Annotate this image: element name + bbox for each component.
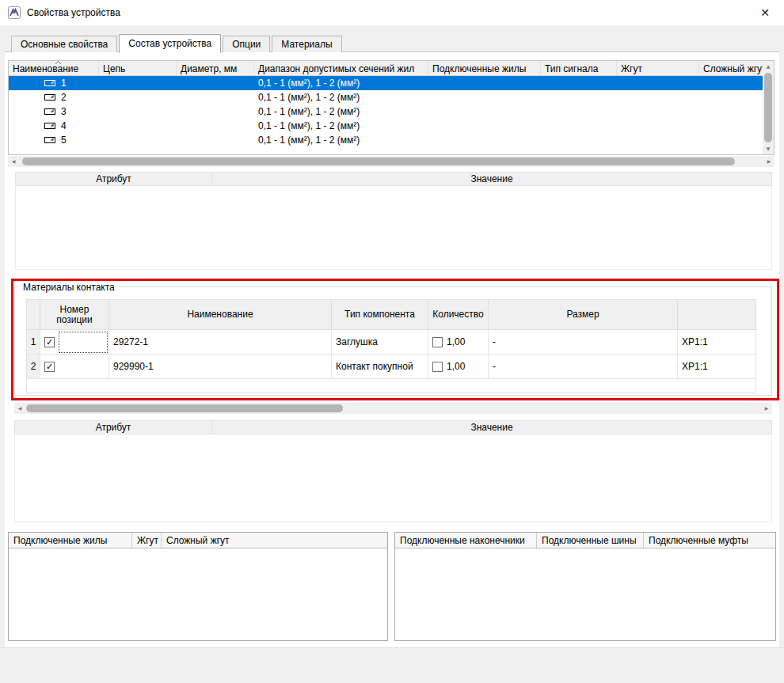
column-header-harness[interactable]: Жгут xyxy=(132,533,162,548)
column-header-attribute[interactable]: Атрибут xyxy=(15,172,212,186)
size-cell[interactable]: - xyxy=(489,355,678,379)
material-name-cell[interactable]: 29272-1 xyxy=(109,330,332,355)
tab-options[interactable]: Опции xyxy=(223,36,270,52)
device-grid: Наименование Цепь Диаметр, мм Диапазон д… xyxy=(8,60,774,155)
position-cell[interactable]: ✓ xyxy=(40,330,109,355)
device-grid-horizontal-scrollbar[interactable]: ◀ ▶ xyxy=(8,156,774,167)
device-row-5[interactable]: 5 0,1 - 1 (мм²), 1 - 2 (мм²) xyxy=(9,133,763,147)
scroll-down-icon[interactable]: ▼ xyxy=(763,143,774,154)
materials-table: Номер позиции Наименование Тип компонент… xyxy=(26,299,756,393)
scrollbar-thumb[interactable] xyxy=(22,157,735,165)
material-row-2[interactable]: 2 ✓ 929990-1 Контакт покупной 1,00 - XP1… xyxy=(27,355,755,379)
reference-cell[interactable]: XP1:1 xyxy=(678,355,757,379)
device-properties-dialog: Свойства устройства ✕ Основные свойства … xyxy=(0,0,784,683)
column-header-material-name[interactable]: Наименование xyxy=(109,300,332,330)
row-name: 1 xyxy=(61,76,67,90)
device-row-3[interactable]: 3 0,1 - 1 (мм²), 1 - 2 (мм²) xyxy=(9,104,763,119)
column-header-size[interactable]: Размер xyxy=(489,300,678,330)
position-cell[interactable]: ✓ xyxy=(40,355,109,379)
material-row-1[interactable]: 1 ✓ 29272-1 Заглушка 1,00 - XP1:1 xyxy=(27,330,755,355)
position-checkbox-checked[interactable]: ✓ xyxy=(44,337,55,347)
quantity-cell[interactable]: 1,00 xyxy=(428,355,489,379)
contact-icon xyxy=(44,122,55,130)
column-header-connected-lugs[interactable]: Подключенные наконечники xyxy=(395,533,537,548)
column-header-quantity[interactable]: Количество xyxy=(428,300,489,330)
tab-main-properties[interactable]: Основные свойства xyxy=(11,36,117,52)
material-rownum: 2 xyxy=(27,355,40,379)
column-header-name[interactable]: Наименование xyxy=(9,61,99,75)
connected-cores-panel: Подключенные жилы Жгут Сложный жгут xyxy=(8,532,388,641)
position-value-focus-cell[interactable] xyxy=(59,332,108,353)
quantity-checkbox-unchecked[interactable] xyxy=(432,337,443,347)
row-section-range: 0,1 - 1 (мм²), 1 - 2 (мм²) xyxy=(254,104,428,119)
quantity-checkbox-unchecked[interactable] xyxy=(432,362,443,372)
contact-icon xyxy=(44,93,55,101)
connected-cores-header: Подключенные жилы Жгут Сложный жгут xyxy=(9,533,387,548)
window-title: Свойства устройства xyxy=(27,0,120,25)
column-header-connected-buses[interactable]: Подключенные шины xyxy=(537,533,644,548)
reference-cell[interactable]: XP1:1 xyxy=(678,330,757,355)
column-header-diameter[interactable]: Диаметр, мм xyxy=(177,61,254,75)
materials-table-header: Номер позиции Наименование Тип компонент… xyxy=(27,300,755,330)
column-header-component-type[interactable]: Тип компонента xyxy=(332,300,428,330)
sort-ascending-icon xyxy=(55,61,62,65)
column-header-position-number[interactable]: Номер позиции xyxy=(40,300,109,330)
device-grid-header: Наименование Цепь Диаметр, мм Диапазон д… xyxy=(9,61,763,76)
component-type-cell[interactable]: Заглушка xyxy=(332,330,428,355)
component-type-cell[interactable]: Контакт покупной xyxy=(332,355,428,379)
materials-horizontal-scrollbar[interactable]: ◀ ▶ xyxy=(14,403,772,414)
scrollbar-thumb[interactable] xyxy=(764,73,772,142)
device-row-4[interactable]: 4 0,1 - 1 (мм²), 1 - 2 (мм²) xyxy=(9,119,763,133)
quantity-value: 1,00 xyxy=(447,336,465,347)
column-header-harness[interactable]: Жгут xyxy=(617,61,699,75)
contact-icon xyxy=(44,136,55,144)
window-titlebar: Свойства устройства ✕ xyxy=(0,0,784,25)
attribute-table-1-body xyxy=(15,186,772,270)
column-header-value[interactable]: Значение xyxy=(212,172,772,186)
material-rownum: 1 xyxy=(27,330,40,355)
contact-icon xyxy=(44,108,55,116)
row-section-range: 0,1 - 1 (мм²), 1 - 2 (мм²) xyxy=(254,119,428,133)
column-header-signal-type[interactable]: Тип сигнала xyxy=(541,61,617,75)
device-grid-vertical-scrollbar[interactable]: ▲ ▼ xyxy=(763,61,774,154)
device-row-1[interactable]: 1 0,1 - 1 (мм²), 1 - 2 (мм²) xyxy=(9,76,763,90)
scroll-left-icon[interactable]: ◀ xyxy=(8,156,19,167)
scroll-right-icon[interactable]: ▶ xyxy=(761,403,772,414)
contact-icon xyxy=(44,79,55,87)
tab-materials[interactable]: Материалы xyxy=(272,36,341,52)
column-header-connected-couplings[interactable]: Подключенные муфты xyxy=(644,533,775,548)
row-name: 2 xyxy=(61,90,67,104)
row-section-range: 0,1 - 1 (мм²), 1 - 2 (мм²) xyxy=(254,76,428,90)
column-header-circuit[interactable]: Цепь xyxy=(99,61,177,75)
quantity-cell[interactable]: 1,00 xyxy=(428,330,489,355)
column-header-complex-harness[interactable]: Сложный жгут xyxy=(699,61,763,75)
column-header-section-range[interactable]: Диапазон допустимых сечений жил xyxy=(254,61,428,75)
scroll-up-icon[interactable]: ▲ xyxy=(763,61,774,72)
column-header-connected-cores[interactable]: Подключенные жилы xyxy=(428,61,541,75)
column-header-complex-harness[interactable]: Сложный жгут xyxy=(162,533,387,548)
quantity-value: 1,00 xyxy=(447,361,465,372)
attribute-table-1-header: Атрибут Значение xyxy=(15,172,772,186)
attribute-table-2-body xyxy=(14,434,772,522)
device-row-2[interactable]: 2 0,1 - 1 (мм²), 1 - 2 (мм²) xyxy=(9,90,763,104)
row-name: 4 xyxy=(61,119,67,133)
column-header-connected-cores[interactable]: Подключенные жилы xyxy=(9,533,132,548)
column-header-value[interactable]: Значение xyxy=(212,420,772,434)
dialog-button-bar: OK Отмена xyxy=(0,647,784,683)
position-checkbox-checked[interactable]: ✓ xyxy=(44,362,55,372)
attribute-table-2-header: Атрибут Значение xyxy=(14,420,772,434)
tab-device-composition[interactable]: Состав устройства xyxy=(119,34,221,53)
row-name: 3 xyxy=(61,104,67,119)
row-section-range: 0,1 - 1 (мм²), 1 - 2 (мм²) xyxy=(254,133,428,147)
scroll-right-icon[interactable]: ▶ xyxy=(763,156,774,167)
material-name-cell[interactable]: 929990-1 xyxy=(109,355,332,379)
column-header-attribute[interactable]: Атрибут xyxy=(14,420,212,434)
connected-terminals-header: Подключенные наконечники Подключенные ши… xyxy=(395,533,775,548)
scrollbar-thumb[interactable] xyxy=(26,404,343,412)
scroll-left-icon[interactable]: ◀ xyxy=(14,403,25,414)
close-icon[interactable]: ✕ xyxy=(749,0,781,25)
row-section-range: 0,1 - 1 (мм²), 1 - 2 (мм²) xyxy=(254,90,428,104)
column-header-reference[interactable] xyxy=(678,300,757,330)
size-cell[interactable]: - xyxy=(489,330,678,355)
connected-terminals-panel: Подключенные наконечники Подключенные ши… xyxy=(394,532,776,641)
